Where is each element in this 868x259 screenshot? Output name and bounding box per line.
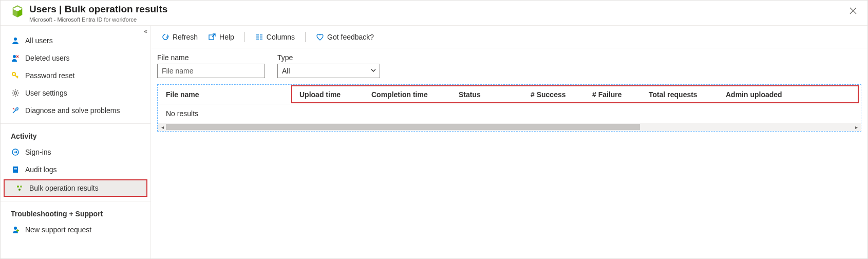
- sidebar-item-label: Deleted users: [25, 54, 69, 62]
- sidebar-section-activity: Activity: [1, 123, 150, 143]
- main-panel: Refresh Help Columns Got feedback: [151, 26, 867, 259]
- wrench-icon: [11, 106, 20, 115]
- support-icon: [11, 225, 20, 234]
- filter-type-label: Type: [277, 53, 380, 62]
- table-header-row: File name Upload time Completion time St…: [158, 85, 861, 104]
- user-icon: [11, 36, 20, 45]
- sidebar-item-diagnose[interactable]: Diagnose and solve problems: [1, 102, 150, 119]
- sidebar-item-user-settings[interactable]: User settings: [1, 84, 150, 102]
- sidebar-section-troubleshoot: Troubleshooting + Support: [1, 201, 150, 221]
- heart-icon: [316, 33, 324, 41]
- service-icon: [10, 4, 25, 19]
- toolbar: Refresh Help Columns Got feedback: [151, 26, 867, 48]
- collapse-sidebar-button[interactable]: «: [144, 28, 147, 35]
- svg-marker-1: [13, 9, 17, 17]
- feedback-label: Got feedback?: [327, 33, 374, 41]
- filter-file-label: File name: [157, 53, 265, 62]
- filter-type: Type All: [277, 53, 380, 78]
- external-link-icon: [208, 33, 216, 41]
- col-total-requests[interactable]: Total requests: [640, 90, 718, 99]
- columns-icon: [255, 33, 263, 41]
- scroll-left-icon[interactable]: ◂: [159, 124, 166, 130]
- col-status[interactable]: Status: [450, 90, 522, 99]
- page-header: Users | Bulk operation results Microsoft…: [1, 1, 867, 26]
- sidebar-item-label: User settings: [25, 89, 67, 97]
- col-failure[interactable]: # Failure: [584, 90, 640, 99]
- refresh-icon: [161, 33, 169, 41]
- svg-rect-10: [14, 170, 17, 170]
- file-name-input[interactable]: [157, 64, 265, 78]
- sidebar-item-label: Audit logs: [25, 165, 56, 174]
- svg-point-4: [13, 55, 16, 58]
- help-label: Help: [219, 33, 234, 41]
- key-icon: [11, 71, 20, 80]
- chevron-down-icon: [370, 67, 376, 75]
- sidebar-item-password-reset[interactable]: Password reset: [1, 67, 150, 84]
- sidebar-item-label: Password reset: [25, 71, 74, 80]
- sidebar-item-signins[interactable]: Sign-ins: [1, 143, 150, 161]
- svg-rect-16: [17, 229, 18, 232]
- col-file-name[interactable]: File name: [158, 90, 291, 99]
- empty-results-text: No results: [158, 104, 861, 123]
- bulk-icon: [15, 183, 24, 193]
- refresh-button[interactable]: Refresh: [157, 29, 202, 45]
- svg-point-3: [14, 38, 17, 41]
- filter-file-name: File name: [157, 53, 265, 78]
- close-button[interactable]: [846, 4, 860, 18]
- sidebar-item-label: Bulk operation results: [29, 184, 99, 192]
- col-completion-time[interactable]: Completion time: [363, 90, 450, 99]
- svg-rect-9: [14, 168, 17, 169]
- signin-icon: [11, 147, 20, 157]
- sidebar-item-all-users[interactable]: All users: [1, 32, 150, 49]
- col-upload-time[interactable]: Upload time: [291, 90, 363, 99]
- sidebar-item-label: New support request: [25, 226, 91, 234]
- sidebar-item-label: Sign-ins: [25, 148, 51, 156]
- svg-marker-0: [13, 5, 23, 9]
- svg-point-14: [14, 227, 17, 230]
- sidebar-item-label: All users: [25, 36, 53, 45]
- columns-label: Columns: [267, 33, 295, 41]
- filter-bar: File name Type All: [151, 48, 867, 84]
- sidebar-item-audit-logs[interactable]: Audit logs: [1, 161, 150, 178]
- col-success[interactable]: # Success: [522, 90, 584, 99]
- toolbar-separator: [305, 32, 306, 42]
- scroll-track[interactable]: [166, 124, 853, 130]
- user-x-icon: [11, 53, 20, 63]
- svg-point-12: [20, 186, 22, 188]
- gear-icon: [11, 88, 20, 98]
- results-table: File name Upload time Completion time St…: [157, 84, 861, 132]
- type-select[interactable]: All: [277, 64, 380, 78]
- page-title: Users | Bulk operation results: [29, 4, 846, 15]
- sidebar-item-label: Diagnose and solve problems: [25, 106, 120, 115]
- help-button[interactable]: Help: [204, 29, 238, 45]
- svg-point-6: [14, 92, 17, 95]
- type-select-value: All: [282, 67, 290, 75]
- svg-point-13: [18, 189, 21, 191]
- sidebar-item-support[interactable]: New support request: [1, 221, 150, 238]
- svg-point-11: [17, 186, 19, 188]
- columns-button[interactable]: Columns: [251, 29, 299, 45]
- sidebar-item-bulk-results[interactable]: Bulk operation results: [4, 179, 147, 197]
- toolbar-separator: [244, 32, 245, 42]
- log-icon: [11, 165, 20, 174]
- feedback-button[interactable]: Got feedback?: [312, 29, 378, 45]
- svg-marker-2: [17, 9, 22, 17]
- svg-rect-17: [209, 35, 214, 40]
- refresh-label: Refresh: [173, 33, 198, 41]
- scroll-thumb[interactable]: [166, 124, 640, 130]
- horizontal-scrollbar[interactable]: ◂ ▸: [158, 123, 861, 131]
- page-subtitle: Microsoft - Microsoft Entra ID for workf…: [29, 16, 846, 23]
- sidebar: « All users Deleted users Password reset…: [1, 26, 151, 259]
- scroll-right-icon[interactable]: ▸: [853, 124, 860, 130]
- sidebar-item-deleted-users[interactable]: Deleted users: [1, 49, 150, 67]
- col-admin-uploaded[interactable]: Admin uploaded: [718, 90, 800, 99]
